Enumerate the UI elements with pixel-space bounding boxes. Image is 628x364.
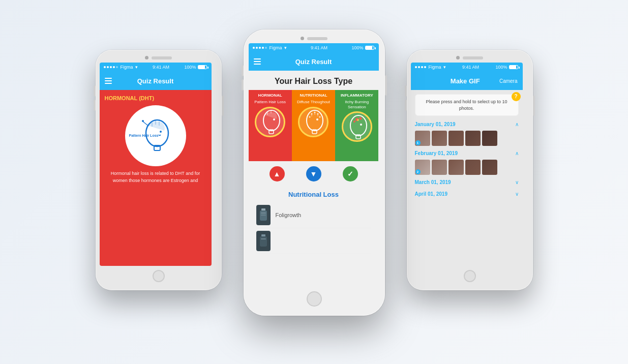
photo-thumb-feb-2[interactable] (432, 160, 447, 175)
volume-buttons-center (242, 65, 244, 90)
product-name-1: Foligrowth (276, 212, 302, 218)
instruction-text: Please press and hold to select up to 10… (426, 99, 507, 111)
bottle-icon-2 (259, 234, 267, 248)
photo-row-january: 1 (415, 131, 519, 146)
home-button-center[interactable] (307, 291, 322, 307)
wifi-center: ▾ (284, 45, 287, 50)
nutritional-circle (298, 107, 328, 137)
question-mark-badge: ? (512, 92, 521, 101)
right-phone: Figma ▾ 9:41 AM 100% Make GIF Camera (407, 50, 533, 290)
volume-buttons-left (94, 85, 96, 111)
home-button-left[interactable] (153, 270, 165, 282)
inflammatory-desc: Itchy Burning Sensation (337, 100, 376, 109)
camera-label-right[interactable]: Camera (499, 78, 518, 84)
quiz-main-title: Your Hair Loss Type (256, 77, 371, 86)
svg-point-29 (353, 120, 355, 123)
num-badge-feb: 2 (415, 169, 421, 174)
svg-point-2 (142, 120, 144, 122)
svg-rect-31 (261, 208, 265, 210)
battery-left (198, 65, 207, 69)
hamburger-menu-center[interactable] (254, 58, 261, 65)
speaker-center (307, 37, 327, 40)
power-button-center (385, 75, 387, 96)
svg-rect-37 (261, 238, 266, 239)
camera-dot-left (145, 56, 148, 59)
bottle-icon-1 (259, 208, 267, 222)
date-header-march[interactable]: March 01, 2019 ∨ (415, 178, 519, 187)
photo-thumb-feb-1[interactable]: 2 (415, 160, 430, 175)
nutritional-head-icon (301, 108, 326, 136)
type-card-nutritional[interactable]: NUTRITIONAL Diffuse Thoughout (292, 90, 335, 161)
battery-right (509, 65, 518, 69)
svg-point-20 (309, 116, 311, 118)
svg-point-4 (160, 131, 162, 133)
center-screen: Figma ▾ 9:41 AM 100% Quiz Result (249, 43, 379, 287)
app-header-right: Make GIF Camera (411, 72, 523, 90)
inflammatory-label: INFLAMMATORY (341, 93, 373, 98)
instruction-box: ? Please press and hold to select up to … (415, 94, 519, 116)
svg-point-10 (273, 118, 275, 120)
indicator-up[interactable]: ▲ (270, 166, 285, 181)
type-card-hormonal[interactable]: HORMONAL Pattern Hair Loss (249, 90, 292, 161)
pattern-label-left: Pattern Hair Loss (129, 134, 159, 138)
home-button-right[interactable] (464, 270, 476, 282)
indicator-check[interactable]: ✓ (343, 166, 358, 181)
product-item-2[interactable] (256, 228, 371, 254)
date-section-march: March 01, 2019 ∨ (415, 178, 519, 187)
quiz-title-section: Your Hair Loss Type (249, 71, 379, 90)
photo-thumb-feb-4[interactable] (465, 160, 481, 175)
photo-thumb-jan-1[interactable]: 1 (415, 131, 430, 146)
hormonal-desc: Pattern Hair Loss (254, 100, 286, 105)
signal-right: 100% (495, 65, 507, 70)
hormonal-title: HORMONAL (DHT) (105, 95, 206, 101)
nutritional-label: NUTRITIONAL (300, 93, 327, 98)
photo-thumb-jan-3[interactable] (448, 131, 464, 146)
power-button-right (533, 96, 535, 116)
photo-thumb-feb-5[interactable] (482, 160, 497, 175)
home-area-right (411, 266, 529, 286)
left-description: Hormonal hair loss is related to DHT and… (105, 170, 206, 184)
svg-rect-35 (261, 234, 265, 236)
wifi-left: ▾ (135, 65, 138, 70)
hormonal-head-icon (257, 108, 283, 136)
top-notch-right (411, 56, 529, 59)
left-phone: Figma ▾ 9:41 AM 100% Quiz Result (96, 50, 222, 290)
svg-point-15 (316, 118, 318, 120)
header-title-center: Quiz Result (295, 58, 332, 66)
date-header-april[interactable]: April 01, 2019 ∨ (415, 190, 519, 198)
product-image-2 (256, 231, 271, 251)
top-notch-center (249, 37, 380, 40)
volume-buttons-right (405, 85, 407, 111)
hamburger-menu-left[interactable] (105, 78, 112, 84)
app-header-left: Quiz Result (100, 72, 212, 90)
hair-circle-left: Pattern Hair Loss (125, 105, 186, 166)
date-header-january[interactable]: January 01, 2019 ∧ (415, 120, 519, 129)
signal-left: 100% (184, 65, 196, 70)
svg-rect-34 (261, 215, 266, 216)
date-header-february[interactable]: February 01, 2019 ∧ (415, 149, 519, 158)
photo-thumb-jan-5[interactable] (482, 131, 497, 146)
left-card-content: HORMONAL (DHT) Pattern Hair Loss (100, 90, 212, 266)
photo-thumb-jan-4[interactable] (465, 131, 481, 146)
header-title-right: Make GIF (451, 77, 480, 85)
svg-point-28 (359, 117, 362, 119)
photo-thumb-feb-3[interactable] (448, 160, 464, 175)
type-card-inflammatory[interactable]: INFLAMMATORY Itchy Burning Sensation (335, 90, 378, 161)
type-cards-row: HORMONAL Pattern Hair Loss (249, 90, 379, 161)
time-center: 9:41 AM (311, 45, 327, 50)
app-header-center: Quiz Result (249, 52, 379, 71)
product-item-1[interactable]: Foligrowth (256, 202, 371, 228)
svg-rect-33 (261, 213, 266, 214)
date-label-february: February 01, 2019 (415, 150, 458, 156)
header-title-left: Quiz Result (137, 77, 174, 85)
svg-point-19 (319, 116, 321, 118)
nutritional-section-title: Nutritional Loss (256, 191, 371, 198)
status-bar-center: Figma ▾ 9:41 AM 100% (249, 43, 379, 52)
date-label-april: April 01, 2019 (415, 191, 447, 197)
photo-thumb-jan-2[interactable] (432, 131, 447, 146)
indicator-down[interactable]: ▼ (306, 166, 321, 181)
left-screen: Figma ▾ 9:41 AM 100% Quiz Result (100, 63, 212, 266)
chevron-april: ∨ (515, 191, 519, 197)
chevron-february: ∧ (515, 150, 519, 156)
time-left: 9:41 AM (153, 65, 169, 70)
